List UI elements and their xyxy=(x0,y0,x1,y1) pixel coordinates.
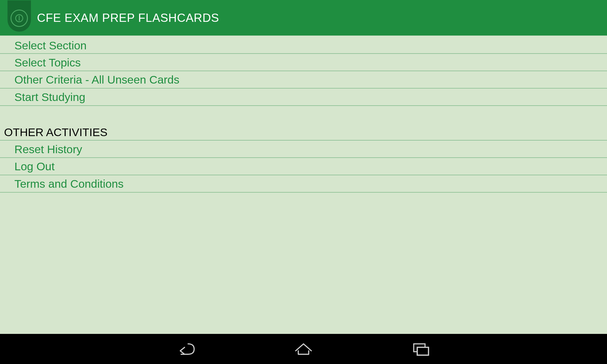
home-button[interactable] xyxy=(291,338,316,360)
menu-item-log-out[interactable]: Log Out xyxy=(0,158,607,175)
app-logo-inner-icon xyxy=(10,9,28,27)
menu-item-terms-and-conditions[interactable]: Terms and Conditions xyxy=(0,175,607,192)
app-screen: CFE EXAM PREP FLASHCARDS Select Section … xyxy=(0,0,607,364)
app-title: CFE EXAM PREP FLASHCARDS xyxy=(37,11,219,24)
svg-rect-3 xyxy=(417,347,429,355)
app-logo-icon xyxy=(8,0,31,32)
recents-icon xyxy=(409,341,432,357)
menu-item-other-criteria[interactable]: Other Criteria - All Unseen Cards xyxy=(0,71,607,89)
menu-item-select-topics[interactable]: Select Topics xyxy=(0,54,607,71)
back-icon xyxy=(175,341,197,357)
menu-item-select-section[interactable]: Select Section xyxy=(0,36,607,54)
menu-item-label: Select Section xyxy=(15,39,87,52)
menu-item-reset-history[interactable]: Reset History xyxy=(0,141,607,158)
recents-button[interactable] xyxy=(408,338,434,360)
menu-item-label: Other Criteria - All Unseen Cards xyxy=(15,73,180,86)
section-header-other-activities: OTHER ACTIVITIES xyxy=(0,124,607,141)
back-button[interactable] xyxy=(173,338,199,360)
menu-item-label: Log Out xyxy=(15,160,55,173)
menu-item-label: Reset History xyxy=(15,143,82,156)
menu-item-label: Select Topics xyxy=(15,56,81,69)
action-bar: CFE EXAM PREP FLASHCARDS xyxy=(0,0,607,35)
menu-item-start-studying[interactable]: Start Studying xyxy=(0,88,607,106)
menu-list: Select Section Select Topics Other Crite… xyxy=(0,35,607,334)
list-spacer xyxy=(0,106,607,124)
home-icon xyxy=(292,341,315,357)
android-nav-bar xyxy=(0,334,607,364)
menu-item-label: Start Studying xyxy=(15,91,86,104)
menu-item-label: Terms and Conditions xyxy=(15,177,124,190)
